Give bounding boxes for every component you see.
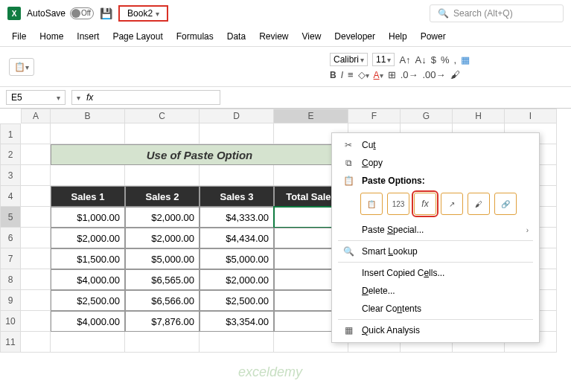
- cell[interactable]: $2,000.00: [125, 228, 200, 248]
- cell[interactable]: $4,000.00: [51, 269, 125, 290]
- paste-all-icon[interactable]: 📋: [360, 193, 383, 215]
- colhead-B[interactable]: B: [51, 109, 125, 123]
- rowhead-3[interactable]: 3: [0, 165, 21, 186]
- tab-help[interactable]: Help: [389, 31, 407, 42]
- toggle-switch[interactable]: Off: [70, 7, 94, 19]
- rowhead-10[interactable]: 10: [0, 311, 21, 332]
- paste-button[interactable]: 📋▾: [9, 58, 34, 76]
- cell[interactable]: $4,000.00: [51, 311, 125, 332]
- ctx-copy[interactable]: ⧉Copy: [332, 154, 539, 172]
- rowhead-8[interactable]: 8: [0, 269, 21, 290]
- cell[interactable]: [200, 123, 274, 144]
- paste-link-icon[interactable]: 🔗: [494, 193, 517, 215]
- cell[interactable]: [21, 165, 51, 186]
- paste-transpose-icon[interactable]: ↗: [441, 193, 463, 215]
- rowhead-2[interactable]: 2: [0, 144, 21, 165]
- cell[interactable]: [21, 186, 51, 207]
- ctx-quick-analysis[interactable]: ▦Quick Analysis: [332, 321, 539, 339]
- cell[interactable]: $5,000.00: [200, 248, 274, 269]
- cell[interactable]: $6,566.00: [125, 290, 200, 311]
- cell[interactable]: $2,500.00: [51, 290, 125, 311]
- cell[interactable]: [51, 332, 125, 353]
- cell[interactable]: [51, 123, 125, 144]
- paste-values-icon[interactable]: 123: [387, 193, 409, 215]
- cell[interactable]: $2,000.00: [200, 269, 274, 290]
- format-icon[interactable]: ▦: [461, 54, 470, 65]
- comma-icon[interactable]: ,: [454, 54, 457, 65]
- colhead-C[interactable]: C: [125, 109, 200, 123]
- cell[interactable]: [21, 269, 51, 290]
- tab-power[interactable]: Power: [421, 31, 446, 42]
- cell[interactable]: [21, 332, 51, 353]
- decrease-decimal-icon[interactable]: .0→: [401, 69, 418, 80]
- tab-developer[interactable]: Developer: [334, 31, 375, 42]
- ctx-paste-special[interactable]: Paste Special...›: [332, 221, 539, 239]
- percent-icon[interactable]: %: [441, 54, 450, 65]
- ctx-delete[interactable]: Delete...: [332, 282, 539, 300]
- colhead-E[interactable]: E: [274, 109, 348, 123]
- tab-data[interactable]: Data: [227, 31, 246, 42]
- cell[interactable]: [125, 332, 200, 353]
- cell[interactable]: [21, 228, 51, 248]
- colhead-F[interactable]: F: [348, 109, 401, 123]
- colhead-I[interactable]: I: [505, 109, 557, 123]
- cell[interactable]: $3,354.00: [200, 311, 274, 332]
- ctx-insert[interactable]: Insert Copied Cells...: [332, 264, 539, 282]
- colhead-H[interactable]: H: [453, 109, 505, 123]
- cell[interactable]: [200, 332, 274, 353]
- workbook-name-button[interactable]: Book2 ▾: [118, 5, 168, 22]
- cell[interactable]: [21, 248, 51, 269]
- name-box[interactable]: E5▾: [6, 90, 66, 105]
- cell[interactable]: $2,000.00: [125, 207, 200, 228]
- rowhead-4[interactable]: 4: [0, 186, 21, 207]
- autosave-toggle[interactable]: AutoSave Off: [27, 7, 94, 19]
- ctx-clear[interactable]: Clear Contents: [332, 300, 539, 318]
- font-size-combo[interactable]: 11▾: [372, 53, 395, 66]
- italic-icon[interactable]: I: [341, 69, 343, 80]
- save-icon[interactable]: 💾: [100, 7, 112, 19]
- rowhead-5[interactable]: 5: [0, 207, 21, 228]
- cell[interactable]: [51, 165, 125, 186]
- increase-font-icon[interactable]: A↑: [399, 54, 410, 65]
- search-input[interactable]: 🔍 Search (Alt+Q): [430, 4, 564, 22]
- colhead-A[interactable]: A: [21, 109, 51, 123]
- cell[interactable]: Sales 1: [51, 186, 125, 207]
- cell[interactable]: $5,000.00: [125, 248, 200, 269]
- cell[interactable]: [21, 290, 51, 311]
- tab-view[interactable]: View: [302, 31, 322, 42]
- cell[interactable]: $4,434.00: [200, 228, 274, 248]
- cell[interactable]: $1,500.00: [51, 248, 125, 269]
- tab-review[interactable]: Review: [259, 31, 288, 42]
- bold-icon[interactable]: B: [330, 69, 336, 80]
- rowhead-7[interactable]: 7: [0, 248, 21, 269]
- decrease-font-icon[interactable]: A↓: [415, 54, 427, 65]
- cell[interactable]: [125, 123, 200, 144]
- tab-home[interactable]: Home: [39, 31, 63, 42]
- currency-icon[interactable]: $: [431, 54, 436, 65]
- rowhead-1[interactable]: 1: [0, 123, 21, 144]
- align-icon[interactable]: ≡: [348, 69, 354, 80]
- rowhead-9[interactable]: 9: [0, 290, 21, 311]
- paste-formatting-icon[interactable]: 🖌: [468, 193, 490, 215]
- cell[interactable]: $6,565.00: [125, 269, 200, 290]
- border-icon[interactable]: ⊞: [388, 69, 396, 80]
- cell[interactable]: $2,500.00: [200, 290, 274, 311]
- cell[interactable]: Use of Paste Option: [51, 144, 348, 165]
- increase-decimal-icon[interactable]: .00→: [422, 69, 445, 80]
- cell[interactable]: [21, 144, 51, 165]
- cell[interactable]: $1,000.00: [51, 207, 125, 228]
- formula-bar[interactable]: ▾ fx: [71, 90, 220, 105]
- cell[interactable]: $4,333.00: [200, 207, 274, 228]
- rowhead-11[interactable]: 11: [0, 332, 21, 353]
- cell[interactable]: [21, 311, 51, 332]
- cell[interactable]: [200, 165, 274, 186]
- font-name-combo[interactable]: Calibri▾: [330, 53, 368, 66]
- cell[interactable]: $2,000.00: [51, 228, 125, 248]
- tab-formulas[interactable]: Formulas: [176, 31, 214, 42]
- cancel-icon[interactable]: ▾: [77, 94, 80, 102]
- tab-page-layout[interactable]: Page Layout: [112, 31, 162, 42]
- fx-icon[interactable]: fx: [86, 92, 93, 103]
- paste-formulas-icon[interactable]: fx: [414, 193, 436, 215]
- colhead-D[interactable]: D: [200, 109, 274, 123]
- font-color-icon[interactable]: A▾: [374, 69, 383, 80]
